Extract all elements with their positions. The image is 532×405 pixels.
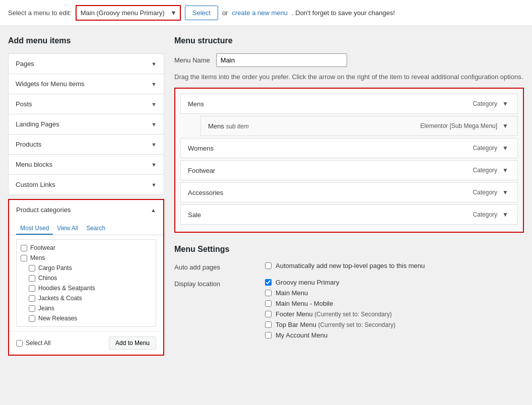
menu-item-right-mens: Category ▼ xyxy=(473,99,510,108)
menu-item-mens[interactable]: Mens Category ▼ xyxy=(180,94,518,114)
location-footer-menu-label[interactable]: Footer Menu (Currently set to: Secondary… xyxy=(276,310,392,318)
location-top-bar-label[interactable]: Top Bar Menu (Currently set to: Secondar… xyxy=(276,321,395,328)
accordion-item-products[interactable]: Products ▼ xyxy=(8,134,164,154)
category-label-chinos[interactable]: Chinos xyxy=(38,275,57,282)
menu-name-input[interactable] xyxy=(216,53,347,67)
chevron-down-icon: ▼ xyxy=(151,142,157,148)
category-checkbox-chinos[interactable] xyxy=(29,275,35,282)
accordion-label-menu-blocks: Menu blocks xyxy=(16,161,52,168)
auto-add-checkbox[interactable] xyxy=(265,262,272,269)
location-main-menu-mobile-checkbox[interactable] xyxy=(265,300,272,307)
location-groovy-primary-label[interactable]: Groovy menu Primary xyxy=(276,279,339,286)
accordion-header-menu-blocks[interactable]: Menu blocks ▼ xyxy=(9,155,164,174)
accordion-label-posts: Posts xyxy=(16,100,32,108)
add-menu-items-title: Add menu items xyxy=(8,36,164,45)
menu-item-sale[interactable]: Sale Category ▼ xyxy=(180,205,518,225)
menu-item-womens[interactable]: Womens Category ▼ xyxy=(180,138,518,158)
location-my-account-label[interactable]: My Account Menu xyxy=(276,331,327,339)
item-type-mens: Category xyxy=(473,100,497,107)
accordion-label-pages: Pages xyxy=(16,60,34,68)
select-all-wrapper: Select All xyxy=(16,340,50,347)
accordion-header-widgets[interactable]: Widgets for Menu items ▼ xyxy=(9,74,164,94)
location-main-menu-mobile-row: Main Menu - Mobile xyxy=(265,300,524,307)
category-label-jeans[interactable]: Jeans xyxy=(38,305,54,312)
item-type-footwear: Category xyxy=(473,167,497,174)
menu-item-expand-womens[interactable]: ▼ xyxy=(500,144,510,153)
create-new-menu-link[interactable]: create a new menu xyxy=(232,9,288,17)
accordion-item-landing[interactable]: Landing Pages ▼ xyxy=(8,114,164,134)
right-column: Menu structure Menu Name Drag the items … xyxy=(174,36,524,356)
select-button[interactable]: Select xyxy=(185,6,218,20)
auto-add-checkbox-label[interactable]: Automatically add new top-level pages to… xyxy=(276,262,425,269)
category-checkbox-mens[interactable] xyxy=(21,255,27,261)
accordion-header-products[interactable]: Products ▼ xyxy=(9,134,164,154)
category-checkbox-jackets[interactable] xyxy=(29,295,35,302)
menu-select[interactable]: Main (Groovy menu Primary) xyxy=(76,5,181,21)
accordion-item-menu-blocks[interactable]: Menu blocks ▼ xyxy=(8,154,164,174)
accordion-item-posts[interactable]: Posts ▼ xyxy=(8,94,164,114)
category-label-new-releases[interactable]: New Releases xyxy=(38,315,77,322)
product-categories-label: Product categories xyxy=(16,206,71,214)
menu-item-footwear[interactable]: Footwear Category ▼ xyxy=(180,160,518,180)
tab-search[interactable]: Search xyxy=(82,223,109,235)
select-all-checkbox[interactable] xyxy=(16,340,23,347)
category-checkbox-new-releases[interactable] xyxy=(29,315,35,322)
select-all-label[interactable]: Select All xyxy=(26,340,50,347)
product-categories-panel: Product categories ▲ Most Used View All … xyxy=(8,199,164,356)
category-checkbox-jeans[interactable] xyxy=(29,305,35,312)
accordion-item-pages[interactable]: Pages ▼ xyxy=(8,53,164,74)
category-label-jackets[interactable]: Jackets & Coats xyxy=(38,295,82,302)
category-label-footwear[interactable]: Footwear xyxy=(30,244,55,251)
menu-item-accessories[interactable]: Accessories Category ▼ xyxy=(180,182,518,202)
menu-item-mens-sub[interactable]: Mens sub item Elementor [Sub Mega Menu] … xyxy=(201,116,518,136)
location-main-menu-mobile-label[interactable]: Main Menu - Mobile xyxy=(276,300,333,307)
location-footer-menu-checkbox[interactable] xyxy=(265,311,272,317)
accordion-header-custom-links[interactable]: Custom Links ▼ xyxy=(9,175,164,194)
accordion-header-posts[interactable]: Posts ▼ xyxy=(9,94,164,114)
add-to-menu-button[interactable]: Add to Menu xyxy=(109,336,156,350)
accordion-item-widgets[interactable]: Widgets for Menu items ▼ xyxy=(8,74,164,94)
display-location-row: Display location Groovy menu Primary Mai… xyxy=(174,279,524,342)
menu-item-expand-mens[interactable]: ▼ xyxy=(500,99,510,108)
chevron-down-icon: ▼ xyxy=(151,121,157,127)
menu-item-expand-accessories[interactable]: ▼ xyxy=(500,188,510,197)
tab-most-used[interactable]: Most Used xyxy=(16,223,53,235)
category-label-hoodies[interactable]: Hoodies & Seatpants xyxy=(38,285,95,292)
accordion-label-custom-links: Custom Links xyxy=(16,181,55,188)
drag-hint-text: Drag the items into the order you prefer… xyxy=(174,73,524,81)
category-label-mens[interactable]: Mens xyxy=(30,254,45,261)
main-content: Add menu items Pages ▼ Widgets for Menu … xyxy=(0,26,532,366)
category-checkbox-hoodies[interactable] xyxy=(29,285,35,292)
item-type-womens: Category xyxy=(473,145,497,152)
menu-name-row: Menu Name xyxy=(174,53,524,67)
category-checkbox-footwear[interactable] xyxy=(21,245,27,251)
category-checkbox-cargo-pants[interactable] xyxy=(29,265,35,272)
product-categories-footer: Select All Add to Menu xyxy=(9,331,163,355)
category-label-cargo-pants[interactable]: Cargo Pants xyxy=(38,264,72,272)
tab-view-all[interactable]: View All xyxy=(53,223,82,235)
location-groovy-primary-checkbox[interactable] xyxy=(265,279,272,286)
menu-item-expand-sale[interactable]: ▼ xyxy=(500,210,510,219)
accordion-item-custom-links[interactable]: Custom Links ▼ xyxy=(8,174,164,195)
menu-item-label-footwear: Footwear xyxy=(188,167,215,174)
location-main-menu-label[interactable]: Main Menu xyxy=(276,289,308,297)
accordion-header-landing[interactable]: Landing Pages ▼ xyxy=(9,114,164,134)
auto-add-checkbox-row: Automatically add new top-level pages to… xyxy=(265,262,524,269)
accordion-list: Pages ▼ Widgets for Menu items ▼ Posts ▼… xyxy=(8,53,164,195)
menu-select-wrapper: Main (Groovy menu Primary) ▼ xyxy=(76,5,181,21)
product-categories-header[interactable]: Product categories ▲ xyxy=(9,200,163,220)
menu-item-expand-footwear[interactable]: ▼ xyxy=(500,166,510,175)
categories-list[interactable]: Footwear Mens Cargo Pants Chinos xyxy=(16,239,156,327)
select-menu-label: Select a menu to edit: xyxy=(8,9,72,17)
accordion-header-pages[interactable]: Pages ▼ xyxy=(9,54,164,74)
location-my-account-checkbox[interactable] xyxy=(265,332,272,339)
category-item-jackets: Jackets & Coats xyxy=(19,293,154,303)
display-location-label: Display location xyxy=(174,279,245,342)
location-main-menu-checkbox[interactable] xyxy=(265,290,272,296)
location-top-bar-checkbox[interactable] xyxy=(265,321,272,328)
accordion-label-landing: Landing Pages xyxy=(16,120,59,128)
location-footer-menu-row: Footer Menu (Currently set to: Secondary… xyxy=(265,310,524,318)
reminder-text: . Don't forget to save your changes! xyxy=(292,9,395,17)
menu-item-expand-mens-sub[interactable]: ▼ xyxy=(500,121,510,130)
footer-menu-note: (Currently set to: Secondary) xyxy=(314,311,391,318)
